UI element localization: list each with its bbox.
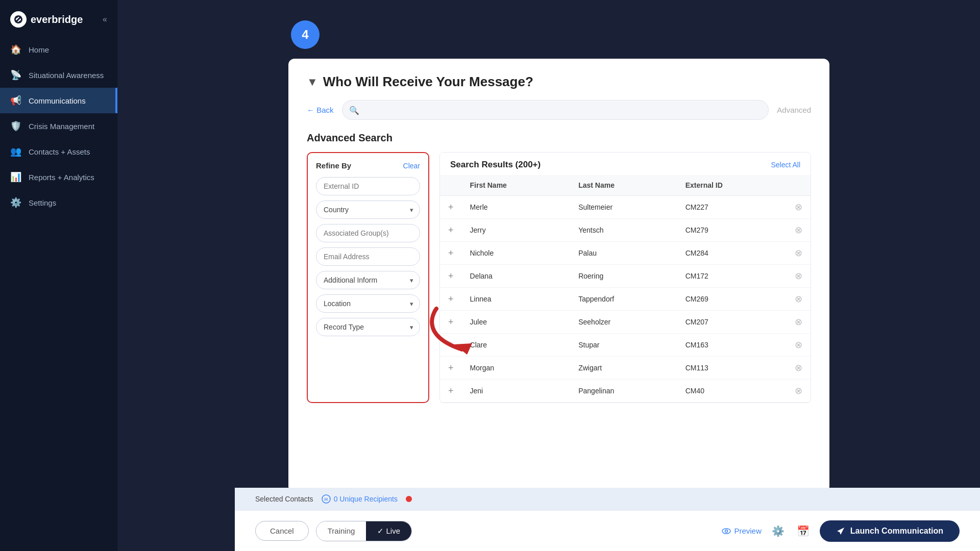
add-contact-button[interactable]: + bbox=[448, 271, 454, 281]
additional-info-select[interactable]: Additional Inform bbox=[316, 271, 420, 289]
advanced-search-title: Advanced Search bbox=[307, 132, 811, 144]
card: ▼ Who Will Receive Your Message? ← Back … bbox=[288, 59, 829, 492]
selected-contacts-bar: Selected Contacts ✉ 0 Unique Recipients bbox=[235, 488, 980, 510]
table-row: + Merle Sultemeier CM227 ⊗ bbox=[440, 196, 811, 219]
remove-contact-button[interactable]: ⊗ bbox=[795, 270, 802, 282]
table-row: + Morgan Zwigart CM113 ⊗ bbox=[440, 357, 811, 380]
col-add bbox=[440, 175, 462, 196]
sidebar-item-label: Crisis Management bbox=[29, 122, 94, 131]
email-address-input[interactable] bbox=[316, 247, 420, 266]
cancel-button[interactable]: Cancel bbox=[255, 521, 309, 541]
select-all-button[interactable]: Select All bbox=[771, 161, 800, 169]
warning-dot bbox=[406, 496, 412, 502]
table-row: + Jeni Pangelinan CM40 ⊗ bbox=[440, 380, 811, 403]
add-contact-button[interactable]: + bbox=[448, 363, 454, 373]
card-title: ▼ Who Will Receive Your Message? bbox=[307, 74, 811, 90]
remove-contact-button[interactable]: ⊗ bbox=[795, 293, 802, 305]
external-id-cell: CM279 bbox=[677, 219, 787, 242]
launch-communication-button[interactable]: Launch Communication bbox=[820, 520, 960, 542]
first-name-cell: Jeni bbox=[462, 380, 571, 403]
situational-awareness-icon: 📡 bbox=[10, 69, 21, 81]
sidebar-item-label: Reports + Analytics bbox=[29, 173, 94, 182]
home-icon: 🏠 bbox=[10, 44, 21, 55]
add-contact-button[interactable]: + bbox=[448, 248, 454, 258]
record-type-select[interactable]: Record Type bbox=[316, 318, 420, 336]
add-contact-button[interactable]: + bbox=[448, 202, 454, 212]
sidebar-item-crisis-management[interactable]: 🛡️ Crisis Management bbox=[0, 113, 117, 139]
search-input[interactable] bbox=[342, 100, 769, 120]
preview-button[interactable]: Preview bbox=[722, 527, 761, 536]
live-mode-button[interactable]: ✓ Live bbox=[366, 521, 411, 541]
associated-groups-input[interactable] bbox=[316, 224, 420, 242]
reports-analytics-icon: 📊 bbox=[10, 171, 21, 183]
sidebar-item-label: Communications bbox=[29, 96, 86, 105]
location-select-wrapper: Location bbox=[316, 294, 420, 313]
remove-contact-button[interactable]: ⊗ bbox=[795, 316, 802, 328]
external-id-cell: CM269 bbox=[677, 288, 787, 311]
last-name-cell: Stupar bbox=[570, 334, 677, 357]
location-select[interactable]: Location bbox=[316, 294, 420, 313]
add-contact-button[interactable]: + bbox=[448, 386, 454, 396]
external-id-cell: CM207 bbox=[677, 311, 787, 334]
recipients-icon: ✉ bbox=[322, 494, 331, 504]
sidebar-nav: 🏠 Home 📡 Situational Awareness 📢 Communi… bbox=[0, 37, 117, 551]
additional-info-select-wrapper: Additional Inform bbox=[316, 271, 420, 289]
col-remove bbox=[787, 175, 811, 196]
country-select[interactable]: Country bbox=[316, 201, 420, 219]
sidebar-item-reports-analytics[interactable]: 📊 Reports + Analytics bbox=[0, 164, 117, 190]
training-mode-button[interactable]: Training bbox=[316, 521, 366, 540]
last-name-cell: Sultemeier bbox=[570, 196, 677, 219]
sidebar-item-label: Contacts + Assets bbox=[29, 147, 90, 156]
refine-header: Refine By Clear bbox=[316, 161, 420, 170]
remove-contact-button[interactable]: ⊗ bbox=[795, 339, 802, 350]
last-name-cell: Zwigart bbox=[570, 357, 677, 380]
sidebar-item-home[interactable]: 🏠 Home bbox=[0, 37, 117, 62]
unique-recipients-badge: ✉ 0 Unique Recipients bbox=[322, 494, 398, 504]
external-id-cell: CM284 bbox=[677, 242, 787, 265]
add-contact-button[interactable]: + bbox=[448, 294, 454, 304]
collapse-button[interactable]: « bbox=[103, 15, 107, 24]
sidebar-item-communications[interactable]: 📢 Communications bbox=[0, 88, 117, 113]
sidebar-item-settings[interactable]: ⚙️ Settings bbox=[0, 190, 117, 215]
unique-recipients-count: 0 Unique Recipients bbox=[334, 495, 398, 503]
bottom-bar: Cancel Training ✓ Live Preview ⚙️ 📅 Laun… bbox=[235, 510, 980, 551]
clear-button[interactable]: Clear bbox=[403, 162, 420, 170]
settings-button[interactable]: ⚙️ bbox=[770, 523, 787, 539]
sidebar-logo: everbridge « bbox=[0, 0, 117, 37]
table-row: + Clare Stupar CM163 ⊗ bbox=[440, 334, 811, 357]
bottom-left: Cancel Training ✓ Live bbox=[255, 521, 412, 541]
calendar-button[interactable]: 📅 bbox=[795, 523, 812, 539]
sidebar-item-contacts-assets[interactable]: 👥 Contacts + Assets bbox=[0, 139, 117, 164]
first-name-cell: Merle bbox=[462, 196, 571, 219]
table-row: + Nichole Palau CM284 ⊗ bbox=[440, 242, 811, 265]
sidebar-item-label: Situational Awareness bbox=[29, 71, 104, 80]
settings-icon: ⚙️ bbox=[10, 197, 21, 208]
first-name-cell: Jerry bbox=[462, 219, 571, 242]
first-name-cell: Delana bbox=[462, 265, 571, 288]
back-link[interactable]: ← Back bbox=[307, 106, 334, 114]
advanced-link[interactable]: Advanced bbox=[777, 106, 811, 114]
remove-contact-button[interactable]: ⊗ bbox=[795, 385, 802, 396]
svg-point-3 bbox=[722, 529, 730, 534]
add-contact-button[interactable]: + bbox=[448, 225, 454, 235]
add-contact-button[interactable]: + bbox=[448, 340, 454, 350]
sidebar-item-label: Settings bbox=[29, 198, 56, 207]
communications-icon: 📢 bbox=[10, 95, 21, 106]
external-id-cell: CM163 bbox=[677, 334, 787, 357]
mode-group: Training ✓ Live bbox=[316, 521, 412, 541]
remove-contact-button[interactable]: ⊗ bbox=[795, 247, 802, 259]
remove-contact-button[interactable]: ⊗ bbox=[795, 202, 802, 213]
selected-contacts-label: Selected Contacts bbox=[255, 495, 313, 503]
svg-point-4 bbox=[725, 530, 728, 532]
bottom-right: Preview ⚙️ 📅 Launch Communication bbox=[722, 520, 960, 542]
remove-contact-button[interactable]: ⊗ bbox=[795, 362, 802, 373]
step-badge: 4 bbox=[291, 20, 320, 49]
last-name-cell: Yentsch bbox=[570, 219, 677, 242]
sidebar: everbridge « 🏠 Home 📡 Situational Awaren… bbox=[0, 0, 117, 551]
add-contact-button[interactable]: + bbox=[448, 317, 454, 327]
external-id-input[interactable] bbox=[316, 177, 420, 195]
remove-contact-button[interactable]: ⊗ bbox=[795, 224, 802, 236]
sidebar-item-situational-awareness[interactable]: 📡 Situational Awareness bbox=[0, 62, 117, 88]
first-name-cell: Linnea bbox=[462, 288, 571, 311]
col-external-id: External ID bbox=[677, 175, 787, 196]
